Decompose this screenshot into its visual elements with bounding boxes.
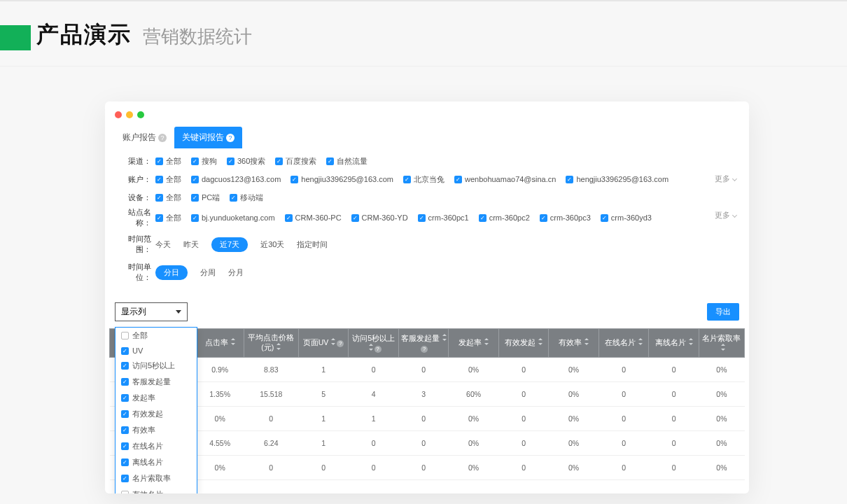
time-option[interactable]: 近7天 [211,237,248,252]
column-option[interactable]: ✓离线名片 [115,454,197,470]
cell: 0 [498,407,549,431]
help-icon[interactable]: ? [226,134,234,142]
columns-dropdown-panel: 全部✓UV✓访问5秒以上✓客服发起量✓发起率✓有效发起✓有效率✓在线名片✓离线名… [115,327,197,493]
column-header[interactable]: 在线名片 [598,329,649,358]
cell: 0% [196,456,244,480]
filter-row-timeunit: 时间单位： 分日分周分月 [115,262,739,283]
column-option[interactable]: ✓访问5秒以上 [115,358,197,374]
columns-dropdown[interactable]: 显示列 [115,302,188,321]
time-option[interactable]: 分日 [155,265,188,280]
filter-checkbox[interactable]: ✓全部 [155,192,181,203]
column-option[interactable]: ✓有效率 [115,422,197,438]
filter-checkbox[interactable]: ✓hengjiu3396295@163.com [290,175,393,183]
table-row: bj-云朵课堂0.9%8.831000%00%000% [110,358,745,382]
time-option[interactable]: 指定时间 [297,239,328,250]
cell: 0% [549,382,599,407]
cell: 0 [598,358,649,382]
column-header[interactable]: 离线名片 [649,329,699,358]
filter-checkbox[interactable]: ✓搜狗 [191,156,217,167]
tab-account-report[interactable]: 账户报告 ? [115,127,174,148]
time-option[interactable]: 近30天 [260,239,284,250]
filter-label: 设备： [115,192,155,203]
filter-checkbox[interactable]: ✓360搜索 [227,156,265,167]
filter-checkbox[interactable]: ✓移动端 [230,192,263,203]
tab-label: 关键词报告 [182,132,224,144]
column-option[interactable]: ✓客服发起量 [115,374,197,390]
cell: 60% [449,382,499,407]
time-option[interactable]: 今天 [155,239,171,250]
filter-checkbox[interactable]: ✓CRM-360-YD [351,214,408,222]
filter-checkbox[interactable]: ✓crm-360pc3 [540,214,591,222]
help-icon[interactable]: ? [421,346,428,353]
export-button[interactable]: 导出 [707,303,739,321]
filter-checkbox[interactable]: ✓CRM-360-PC [285,214,342,222]
cell: 1 [298,358,349,382]
sort-icon [687,338,693,345]
more-button[interactable]: 更多 [715,174,736,184]
column-header[interactable]: 有效率 [549,329,599,358]
more-button[interactable]: 更多 [715,210,736,220]
filter-checkbox[interactable]: ✓hengjiu3396295@163.com [566,175,668,183]
cell: 0% [449,358,499,382]
time-option[interactable]: 昨天 [183,239,199,250]
filter-label: 站点名称： [115,207,155,228]
filter-checkbox[interactable]: ✓北京当兔 [403,174,444,185]
filter-checkbox[interactable]: ✓全部 [155,213,181,223]
sort-icon [537,338,542,345]
column-option[interactable]: ✓发起率 [115,390,197,406]
tab-keyword-report[interactable]: 关键词报告 ? [174,127,242,148]
column-header[interactable]: 有效发起 [498,329,549,358]
table-toolbar: 显示列 导出 全部✓UV✓访问5秒以上✓客服发起量✓发起率✓有效发起✓有效率✓在… [105,283,749,327]
column-header[interactable]: 页面UV? [298,329,349,358]
minimize-icon[interactable] [126,111,133,118]
help-icon[interactable]: ? [337,340,344,347]
cell: 8.83 [244,358,298,382]
maximize-icon[interactable] [137,111,144,118]
sort-icon [720,344,725,351]
filter-checkbox[interactable]: ✓全部 [155,174,181,185]
column-header[interactable]: 发起率 [449,329,499,358]
filter-label: 时间范围： [115,234,155,255]
sort-icon [275,343,281,350]
time-option[interactable]: 分周 [200,267,216,278]
filter-items: ✓全部✓dagcuos123@163.com✓hengjiu3396295@16… [155,174,739,185]
filter-checkbox[interactable]: ✓crm-360pc2 [479,214,530,222]
column-option[interactable]: ✓有效发起 [115,406,197,422]
filter-row-site: 站点名称： ✓全部✓bj.yunduoketang.com✓CRM-360-PC… [115,207,739,228]
column-header[interactable]: 点击率 [196,329,244,358]
time-option[interactable]: 分月 [228,267,244,278]
filter-checkbox[interactable]: ✓dagcuos123@163.com [191,175,281,183]
help-icon[interactable]: ? [374,346,382,353]
column-option[interactable]: ✓名片索取率 [115,470,197,486]
filter-checkbox[interactable]: ✓wenbohuamao74@sina.cn [454,175,556,183]
filter-row-account: 账户： ✓全部✓dagcuos123@163.com✓hengjiu339629… [115,171,739,188]
filter-checkbox[interactable]: ✓crm-360yd3 [601,214,652,222]
column-header[interactable]: 名片索取率 [699,329,744,358]
dropdown-label: 显示列 [121,306,146,318]
filter-checkbox[interactable]: ✓自然流量 [326,156,368,167]
cell: 0% [549,431,599,456]
column-option[interactable]: ✓UV [115,344,197,358]
cell: 0 [598,407,649,431]
cell: 0 [244,456,298,480]
filter-checkbox[interactable]: ✓百度搜索 [275,156,316,167]
help-icon[interactable]: ? [158,134,167,142]
filter-checkbox[interactable]: ✓bj.yunduoketang.com [191,214,275,222]
cell: 0% [449,456,499,480]
cell: 0 [398,358,449,382]
filter-checkbox[interactable]: ✓全部 [155,156,181,167]
caret-down-icon [176,310,181,314]
filter-checkbox[interactable]: ✓PC端 [191,192,220,203]
column-header[interactable]: 访问5秒以上? [349,329,399,358]
column-option[interactable]: ✓在线名片 [115,438,197,454]
close-icon[interactable] [115,111,122,118]
filter-checkbox[interactable]: ✓crm-360pc1 [418,214,469,222]
cell: 0 [349,431,399,456]
column-option[interactable]: 有效名片 [115,486,197,493]
filter-items: ✓全部✓PC端✓移动端 [155,192,739,203]
column-header[interactable]: 平均点击价格(元) [244,329,298,358]
column-header[interactable]: 客服发起量? [398,329,449,358]
cell: 1 [349,407,399,431]
column-option[interactable]: 全部 [115,328,197,344]
cell: 0 [649,382,699,407]
